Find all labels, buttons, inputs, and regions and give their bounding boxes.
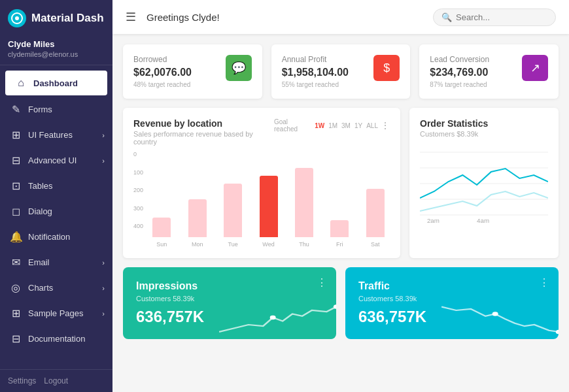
- nav-label-documentation: Documentation: [28, 334, 105, 344]
- nav-icon-advanced-ui: ⊟: [10, 154, 22, 167]
- nav-icon-documentation: ⊟: [10, 333, 22, 345]
- greeting-text: Greetings Clyde!: [147, 12, 422, 23]
- bottom-chart-impressions: [219, 296, 336, 339]
- sidebar-footer: Settings Logout: [0, 369, 112, 392]
- stat-card-value-0: $62,0076.00: [133, 67, 192, 78]
- svg-point-12: [556, 330, 559, 335]
- logo-icon: [8, 9, 26, 27]
- stat-card-sub-2: 87% target reached: [430, 81, 489, 88]
- bar-group-Sun: Sun: [147, 218, 176, 248]
- sidebar-item-forms[interactable]: ✎ Forms: [0, 97, 112, 122]
- svg-point-11: [492, 312, 498, 316]
- time-filter-1M[interactable]: 1M: [328, 122, 337, 129]
- middle-row: Revenue by location Sales performance re…: [123, 108, 559, 258]
- bottom-row: ⋮ Impressions Customers 58.39k 636,757K …: [123, 267, 559, 339]
- sidebar-item-dashboard[interactable]: ⌂ Dashboard: [5, 71, 107, 95]
- bar-Wed[interactable]: [260, 176, 278, 237]
- nav-label-notification: Notification: [28, 232, 105, 242]
- nav-label-charts: Charts: [28, 283, 95, 293]
- revenue-menu-icon[interactable]: ⋮: [381, 120, 390, 131]
- nav-label-dialog: Dialog: [28, 206, 105, 216]
- search-input[interactable]: [456, 12, 547, 22]
- revenue-card: Revenue by location Sales performance re…: [123, 108, 400, 258]
- time-filter-ALL[interactable]: ALL: [366, 122, 378, 129]
- search-box: 🔍: [433, 8, 556, 26]
- bottom-card-menu-impressions[interactable]: ⋮: [317, 276, 327, 289]
- bottom-card-menu-traffic[interactable]: ⋮: [539, 276, 549, 289]
- bar-group-Thu: Thu: [290, 168, 319, 248]
- nav-icon-dialog: ◻: [10, 205, 22, 218]
- bar-label-Tue: Tue: [228, 241, 237, 248]
- bar-Mon[interactable]: [188, 199, 207, 237]
- nav-arrow-charts: ›: [102, 284, 105, 292]
- bar-group-Tue: Tue: [218, 184, 247, 248]
- user-name: Clyde Miles: [8, 39, 105, 49]
- sidebar-logo: Material Dash: [0, 0, 112, 34]
- nav-icon-email: ✉: [10, 256, 22, 269]
- time-filter-3M[interactable]: 3M: [341, 122, 351, 129]
- nav-icon-ui-features: ⊞: [10, 129, 22, 141]
- svg-point-9: [269, 316, 275, 320]
- nav: ⌂ Dashboard ✎ Forms ⊞ UI Features › ⊟ Ad…: [0, 65, 112, 369]
- time-filter-1Y[interactable]: 1Y: [354, 122, 362, 129]
- revenue-subtitle: Sales performance revenue based by count…: [133, 130, 274, 146]
- sidebar-item-ui-features[interactable]: ⊞ UI Features ›: [0, 122, 112, 148]
- user-email: clydemiles@elenor.us: [8, 50, 105, 58]
- stat-card-sub-1: 55% target reached: [282, 81, 349, 88]
- sidebar-item-dialog[interactable]: ◻ Dialog: [0, 199, 112, 224]
- sidebar-item-notification[interactable]: 🔔 Notification: [0, 224, 112, 250]
- sidebar-item-documentation[interactable]: ⊟ Documentation: [0, 326, 112, 351]
- hamburger-icon[interactable]: ☰: [126, 10, 136, 24]
- bar-Thu[interactable]: [295, 168, 313, 237]
- bottom-card-title-traffic: Traffic: [358, 280, 545, 292]
- sidebar-item-advanced-ui[interactable]: ⊟ Advanced UI ›: [0, 148, 112, 173]
- nav-icon-dashboard: ⌂: [15, 77, 27, 89]
- stat-card-0: Borrowed $62,0076.00 48% target reached …: [123, 44, 262, 99]
- nav-label-dashboard: Dashboard: [33, 78, 99, 88]
- stat-card-icon-1: $: [373, 55, 400, 81]
- sidebar-item-sample-pages[interactable]: ⊞ Sample Pages ›: [0, 301, 112, 326]
- bar-label-Sat: Sat: [371, 241, 380, 248]
- y-axis: 4003002001000: [133, 151, 147, 242]
- bar-Tue[interactable]: [224, 184, 242, 237]
- logout-link[interactable]: Logout: [44, 376, 68, 385]
- stat-card-info-0: Borrowed $62,0076.00 48% target reached: [133, 55, 192, 88]
- order-chart: 2am 4am: [420, 146, 548, 227]
- settings-link[interactable]: Settings: [8, 376, 36, 385]
- nav-label-email: Email: [28, 257, 95, 267]
- nav-label-sample-pages: Sample Pages: [28, 308, 95, 318]
- y-label: 0: [133, 151, 143, 157]
- stat-card-value-1: $1,958,104.00: [282, 67, 349, 78]
- bottom-card-traffic: ⋮ Traffic Customers 58.39k 636,757K: [345, 267, 559, 339]
- sidebar: Material Dash Clyde Miles clydemiles@ele…: [0, 0, 112, 392]
- revenue-title: Revenue by location: [133, 118, 274, 129]
- nav-arrow-sample-pages: ›: [102, 310, 105, 318]
- bar-Sat[interactable]: [366, 189, 385, 237]
- nav-icon-notification: 🔔: [10, 231, 22, 243]
- sidebar-item-charts[interactable]: ◎ Charts ›: [0, 275, 112, 301]
- stat-card-info-2: Lead Conversion $234,769.00 87% target r…: [430, 55, 489, 88]
- sidebar-item-email[interactable]: ✉ Email ›: [0, 250, 112, 275]
- logo-text: Material Dash: [31, 12, 104, 25]
- bar-Fri[interactable]: [330, 220, 349, 237]
- nav-arrow-advanced-ui: ›: [102, 157, 105, 165]
- time-filter-1W[interactable]: 1W: [315, 122, 324, 129]
- nav-label-forms: Forms: [28, 105, 105, 114]
- bar-Sun[interactable]: [152, 218, 171, 237]
- bar-label-Mon: Mon: [192, 241, 203, 248]
- search-icon: 🔍: [441, 12, 452, 22]
- sidebar-item-tables[interactable]: ⊡ Tables: [0, 173, 112, 199]
- y-label: 200: [133, 187, 143, 193]
- y-label: 300: [133, 205, 143, 212]
- stat-cards: Borrowed $62,0076.00 48% target reached …: [123, 44, 559, 99]
- stat-card-info-1: Annual Profit $1,958,104.00 55% target r…: [282, 55, 349, 88]
- nav-icon-charts: ◎: [10, 282, 22, 294]
- svg-text:4am: 4am: [477, 217, 489, 224]
- nav-arrow-ui-features: ›: [102, 131, 105, 139]
- bottom-chart-traffic: [441, 296, 559, 339]
- nav-label-tables: Tables: [28, 181, 105, 191]
- main: ☰ Greetings Clyde! 🔍 Borrowed $62,0076.0…: [112, 0, 569, 392]
- bottom-card-title-impressions: Impressions: [136, 280, 323, 292]
- bar-chart: Sun Mon Tue Wed Thu Fri Sat: [147, 156, 390, 248]
- stat-card-2: Lead Conversion $234,769.00 87% target r…: [419, 44, 559, 99]
